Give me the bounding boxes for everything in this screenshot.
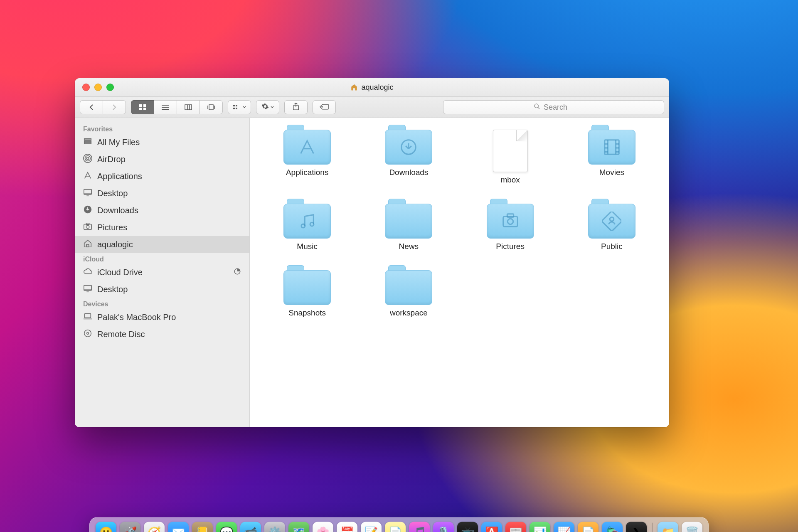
sidebar-item-airdrop[interactable]: AirDrop [75,151,249,168]
svg-point-54 [310,222,314,226]
window-title: aqualogic [350,83,393,92]
sidebar-item-remote-disc[interactable]: Remote Disc [75,326,249,343]
group-by-button[interactable] [228,100,251,114]
sidebar-item-label: All My Files [97,138,140,147]
dock-safari-icon[interactable]: 🧭 [144,522,165,532]
folder-icon [283,204,331,239]
sidebar-item-desktop[interactable]: Desktop [75,185,249,202]
dock-news-icon[interactable]: 📰 [505,522,526,532]
sidebar-item-label: aqualogic [97,240,133,249]
svg-rect-22 [84,140,91,142]
dock-trash-icon[interactable]: 🗑️ [682,522,702,532]
search-field[interactable] [443,100,664,114]
file-item-label: workspace [390,308,428,318]
folder-icon [385,204,432,239]
dock-mail-icon[interactable]: ✉️ [168,522,189,532]
dock-reminders-icon[interactable]: 📝 [361,522,382,532]
titlebar[interactable]: aqualogic [75,78,669,97]
file-item-pictures[interactable]: Pictures [464,204,557,251]
sidebar: FavoritesAll My FilesAirDropApplications… [75,118,250,427]
dock: 😀🚀🧭✉️📒💬📹⚙️🗺️🌸📅📝📄🎵🎙️📺🅰️📰📊📈📄🛍️❯📁🗑️ [89,517,709,532]
dock-calendar-icon[interactable]: 📅 [337,522,357,532]
action-button[interactable] [256,100,279,114]
icon-view-button[interactable] [131,100,154,114]
dock-facetime-icon[interactable]: 📹 [240,522,261,532]
dock-downloads-stack-icon[interactable]: 📁 [658,522,678,532]
svg-point-41 [84,330,91,337]
sidebar-item-palak-s-macbook-pro[interactable]: Palak's MacBook Pro [75,309,249,326]
folder-icon [487,204,534,239]
svg-rect-13 [233,105,235,106]
dock-contacts-icon[interactable]: 📒 [192,522,213,532]
sidebar-item-applications[interactable]: Applications [75,168,249,185]
list-view-button[interactable] [154,100,177,114]
gallery-view-button[interactable] [200,100,223,114]
dock-messages-icon[interactable]: 💬 [216,522,237,532]
file-item-downloads[interactable]: Downloads [362,130,455,185]
column-view-button[interactable] [177,100,200,114]
search-input[interactable] [543,103,574,112]
file-item-snapshots[interactable]: Snapshots [261,270,354,318]
home-icon [350,84,358,91]
nav-buttons [80,100,126,114]
dock-maps-icon[interactable]: 🗺️ [288,522,309,532]
sidebar-item-icloud-drive[interactable]: iCloud Drive [75,264,249,281]
finder-window: aqualogic FavoritesAll My FilesAirD [75,78,669,427]
svg-rect-33 [86,223,89,225]
sidebar-item-desktop[interactable]: Desktop [75,281,249,298]
folder-icon [385,130,432,165]
dock-numbers-icon[interactable]: 📊 [530,522,550,532]
svg-point-56 [507,219,513,224]
content-area[interactable]: ApplicationsDownloadsmboxMoviesMusicNews… [250,118,669,427]
dock-preferences-icon[interactable]: ⚙️ [264,522,285,532]
share-button[interactable] [284,100,308,114]
folder-icon [385,270,432,305]
file-item-public[interactable]: Public [565,204,658,251]
svg-rect-21 [84,139,91,140]
dock-keynote-icon[interactable]: 📈 [554,522,574,532]
tags-button[interactable] [313,100,336,114]
desktop-icon [83,284,92,295]
sidebar-item-label: Desktop [97,285,128,294]
svg-rect-2 [139,108,142,110]
applications-icon [83,171,92,182]
zoom-button[interactable] [106,84,114,91]
sidebar-item-downloads[interactable]: Downloads [75,202,249,219]
sidebar-item-label: Remote Disc [97,330,145,339]
downloads-icon [83,205,92,216]
dock-launchpad-icon[interactable]: 🚀 [120,522,140,532]
dock-photos-icon[interactable]: 🌸 [313,522,333,532]
search-icon [534,103,540,112]
forward-button[interactable] [103,100,126,114]
svg-rect-39 [85,314,91,318]
dock-pages-icon[interactable]: 📄 [578,522,598,532]
dock-notes-icon[interactable]: 📄 [385,522,406,532]
file-item-news[interactable]: News [362,204,455,251]
file-item-applications[interactable]: Applications [261,130,354,185]
sidebar-item-label: Applications [97,172,142,181]
sidebar-item-label: Palak's MacBook Pro [97,313,176,322]
svg-rect-1 [143,104,146,107]
svg-point-53 [301,224,305,228]
sidebar-item-aqualogic[interactable]: aqualogic [75,236,249,253]
svg-point-59 [610,217,614,221]
dock-terminal-icon[interactable]: ❯ [626,522,647,532]
close-button[interactable] [82,84,90,91]
minimize-button[interactable] [94,84,102,91]
dock-tv-icon[interactable]: 📺 [457,522,478,532]
file-item-music[interactable]: Music [261,204,354,251]
file-item-movies[interactable]: Movies [565,130,658,185]
file-item-mbox[interactable]: mbox [464,130,557,185]
back-button[interactable] [80,100,103,114]
dock-appstore-icon[interactable]: 🅰️ [481,522,502,532]
dock-appstore2-icon[interactable]: 🛍️ [602,522,623,532]
sidebar-item-label: Downloads [97,206,138,215]
dock-itunes-icon[interactable]: 🎵 [409,522,430,532]
dock-finder-icon[interactable]: 😀 [96,522,116,532]
progress-icon [234,268,241,277]
file-item-label: Applications [286,168,328,177]
sidebar-item-pictures[interactable]: Pictures [75,219,249,236]
sidebar-item-all-my-files[interactable]: All My Files [75,134,249,151]
dock-podcasts-icon[interactable]: 🎙️ [433,522,454,532]
file-item-workspace[interactable]: workspace [362,270,455,318]
